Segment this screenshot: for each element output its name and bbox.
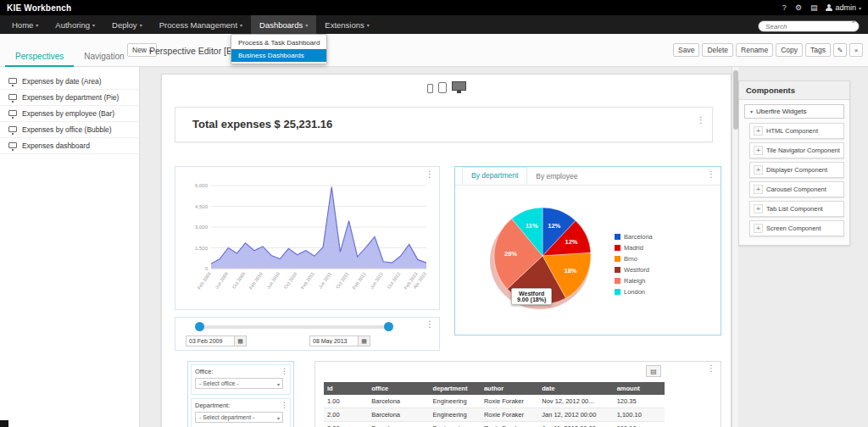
legend-item-raleigh[interactable]: Raleigh [615,277,653,285]
close-icon-button[interactable]: × [849,43,863,57]
kebab-menu-icon[interactable]: ⋮ [281,401,288,409]
rename-button[interactable]: Rename [736,43,773,57]
tab-by-department[interactable]: By department [462,167,527,185]
kebab-menu-icon[interactable]: ⋮ [707,364,715,373]
menu-item-label: Extensions [325,20,364,30]
menu-item-home[interactable]: Home▾ [3,15,47,34]
component-tile-navigator-component[interactable]: +Tile Navigator Component [749,142,844,158]
tablet-preview-icon[interactable] [438,82,447,93]
device-preview-switcher [162,79,731,93]
svg-text:Feb 2010: Feb 2010 [248,271,264,290]
perspective-item-expenses-by-office-bubble[interactable]: Expenses by office (Bubble) [0,122,139,138]
table-cell: Engineering [430,408,481,422]
legend-item-madrid[interactable]: Madrid [615,244,653,252]
dropdown-item-business-dashboards[interactable]: Business Dashboards [231,49,326,62]
table-row[interactable]: 3.00BarcelonaEngineeringRoxie ForakerJan… [324,422,665,427]
tab-by-employee[interactable]: By employee [527,169,586,185]
header-actions: SaveDeleteRenameCopyTags [673,43,831,57]
canvas-scrollbar[interactable] [732,67,738,427]
copy-button[interactable]: Copy [776,43,803,57]
menu-item-dashboards[interactable]: Dashboards▾ [251,15,316,34]
perspective-item-expenses-by-department-pie[interactable]: Expenses by department (Pie) [0,90,139,106]
menu-item-process-management[interactable]: Process Management▾ [151,15,251,34]
date-slider-track [199,325,389,329]
column-header-author[interactable]: author [481,382,538,395]
phone-preview-icon[interactable] [427,84,433,93]
svg-text:Oct 2011: Oct 2011 [335,271,349,289]
pie-slice-label: 18% [564,267,576,274]
date-range-widget[interactable]: ▦ ▦ ⋮ [175,317,440,351]
save-button[interactable]: Save [673,43,699,57]
dropdown-item-process-task-dashboard[interactable]: Process & Task Dashboard [231,36,326,49]
search-input[interactable] [758,20,860,32]
svg-text:Oct 2009: Oct 2009 [231,271,247,290]
department-select[interactable]: - Select department - ▾ [195,412,283,423]
chevron-down-icon: ▾ [36,22,38,28]
legend-label: Raleigh [624,277,645,285]
kebab-menu-icon[interactable]: ⋮ [707,170,715,179]
user-menu[interactable]: admin ▾ [826,3,861,12]
tab-navigation[interactable]: Navigation [74,47,134,67]
expenses-by-department-widget[interactable]: By departmentBy employee 12%12%18%26%11%… [454,166,721,336]
perspective-item-expenses-by-employee-bar[interactable]: Expenses by employee (Bar) [0,106,139,122]
component-carousel-component[interactable]: +Carousel Component [749,181,844,197]
expenses-table-widget[interactable]: ▤ ⋮ idofficedepartmentauthordateamount1.… [314,361,721,427]
column-header-amount[interactable]: amount [614,382,665,395]
menu-item-label: Process Management [159,20,237,30]
component-screen-component[interactable]: +Screen Component [749,220,844,236]
chevron-down-icon: ▾ [367,22,370,28]
desktop-preview-icon[interactable] [452,81,466,91]
table-cell: Roxie Foraker [481,422,538,427]
legend-item-barcelona[interactable]: Barcelona [615,233,653,241]
edit-icon-button[interactable]: ✎ [833,43,847,57]
legend-item-london[interactable]: London [615,288,653,296]
menu-item-extensions[interactable]: Extensions▾ [316,15,378,34]
component-tab-list-component[interactable]: +Tab List Component [749,201,844,217]
perspective-item-expenses-by-date-area[interactable]: Expenses by date (Area) [0,74,139,90]
perspective-item-label: Expenses by date (Area) [22,77,102,86]
slider-handle-start[interactable] [195,322,204,331]
column-header-department[interactable]: department [430,382,481,395]
delete-button[interactable]: Delete [702,43,733,57]
components-title: Components [739,81,849,100]
menu-item-authoring[interactable]: Authoring▾ [47,15,103,34]
legend-item-westford[interactable]: Westford [615,266,653,274]
legend-item-brno[interactable]: Brno [615,255,653,263]
table-cell: 2.00 [324,408,368,422]
total-expenses-title: Total expenses $ 25,231.16 [192,118,332,130]
calendar-icon[interactable]: ▦ [359,336,370,347]
end-date-input[interactable] [309,336,359,347]
menu-item-deploy[interactable]: Deploy▾ [103,15,151,34]
column-header-date[interactable]: date [538,382,613,395]
slider-handle-end[interactable] [384,322,393,331]
uberfire-widgets-group[interactable]: ▾ Uberfire Widgets [744,104,844,119]
table-row[interactable]: 2.00BarcelonaEngineeringRoxie ForakerJan… [324,408,665,422]
chevron-down-icon: ▾ [92,22,95,28]
component-html-component[interactable]: +HTML Component [749,123,844,139]
tags-button[interactable]: Tags [805,43,831,57]
table-view-icon[interactable]: ▤ [646,365,661,377]
help-icon[interactable]: ? [782,3,787,12]
search-clear-icon[interactable]: × [851,18,855,25]
expenses-by-date-widget[interactable]: 01,5003,0004,5006,000Feb 2009Jun 2009Oct… [175,166,440,310]
start-date-input[interactable] [186,336,235,347]
kebab-menu-icon[interactable]: ⋮ [426,170,434,179]
perspective-item-expenses-dashboard[interactable]: Expenses dashboard [0,138,139,154]
top-bar: KIE Workbench ? ⚙ ▤ admin ▾ [0,0,868,15]
monitor-icon [8,110,17,116]
column-header-office[interactable]: office [368,382,429,395]
component-displayer-component[interactable]: +Displayer Component [749,162,844,178]
kebab-menu-icon[interactable]: ⋮ [426,320,434,329]
table-row[interactable]: 1.00BarcelonaEngineeringRoxie ForakerNov… [324,395,665,408]
total-expenses-widget[interactable]: Total expenses $ 25,231.16 ⋮ [175,107,713,142]
office-select[interactable]: - Select office - ▾ [195,378,283,389]
component-label: HTML Component [766,127,818,135]
filters-widget[interactable]: ⋮ Office: - Select office - ▾ ⋮ Departme… [187,361,294,427]
column-header-id[interactable]: id [324,382,368,395]
tab-perspectives[interactable]: Perspectives [5,47,74,67]
kebab-menu-icon[interactable]: ⋮ [697,116,705,125]
apps-icon[interactable]: ▤ [810,3,818,12]
kebab-menu-icon[interactable]: ⋮ [281,367,288,375]
gear-icon[interactable]: ⚙ [795,3,802,12]
calendar-icon[interactable]: ▦ [235,336,247,347]
